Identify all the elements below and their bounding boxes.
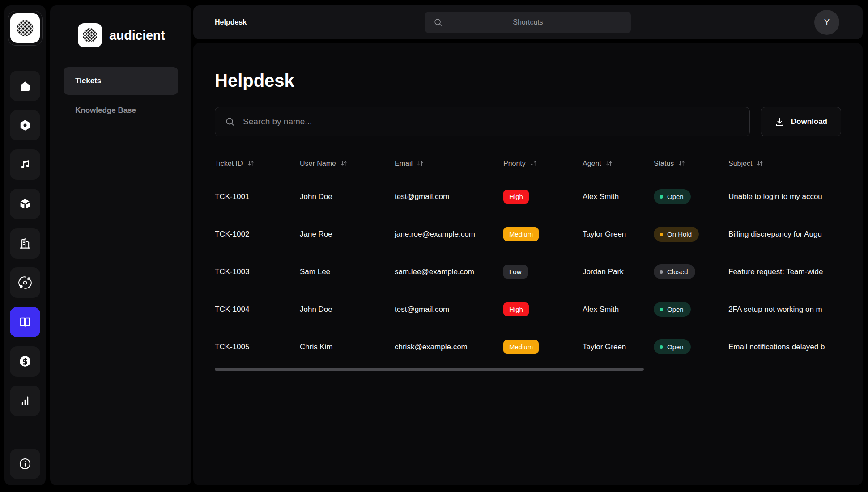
status-dot bbox=[660, 233, 663, 236]
column-header-email: Email bbox=[395, 149, 503, 178]
horizontal-scrollbar-thumb[interactable] bbox=[215, 368, 644, 371]
tickets-table-body: TCK-1001John Doetest@gmail.comHighAlex S… bbox=[215, 178, 841, 366]
column-label: Ticket ID bbox=[215, 160, 243, 168]
status-dot bbox=[660, 345, 663, 349]
ticket-id-cell: TCK-1005 bbox=[215, 328, 300, 366]
download-icon bbox=[774, 117, 785, 127]
tickets-table: Ticket IDUser NameEmailPriorityAgentStat… bbox=[215, 149, 841, 366]
column-header-subject: Subject bbox=[728, 149, 841, 178]
search-input[interactable] bbox=[215, 107, 750, 136]
download-label: Download bbox=[791, 117, 827, 126]
column-header-priority: Priority bbox=[503, 149, 583, 178]
status-dot bbox=[660, 195, 663, 199]
sort-icon[interactable] bbox=[756, 160, 764, 167]
icon-rail-items bbox=[10, 71, 40, 416]
status-cell: Open bbox=[654, 328, 728, 366]
horizontal-scrollbar bbox=[215, 368, 841, 371]
email-cell: test@gmail.com bbox=[395, 178, 503, 216]
status-dot bbox=[660, 308, 663, 311]
subject-cell: Email notifications delayed b bbox=[728, 328, 841, 366]
icon-rail bbox=[4, 5, 46, 485]
sort-icon[interactable] bbox=[247, 160, 255, 167]
priority-cell: Medium bbox=[503, 216, 583, 253]
email-cell: chrisk@example.com bbox=[395, 328, 503, 366]
sort-icon[interactable] bbox=[605, 160, 613, 167]
brand-logo-icon bbox=[78, 23, 102, 47]
status-badge: On Hold bbox=[654, 227, 699, 242]
column-header-user-name: User Name bbox=[300, 149, 395, 178]
download-button[interactable]: Download bbox=[761, 107, 841, 136]
column-label: Email bbox=[395, 160, 413, 168]
user-name-cell: John Doe bbox=[300, 178, 395, 216]
rail-item-home-icon[interactable] bbox=[10, 71, 40, 101]
priority-cell: High bbox=[503, 178, 583, 216]
sidebar-item-tickets[interactable]: Tickets bbox=[64, 67, 178, 95]
brand-name: audicient bbox=[109, 28, 165, 43]
column-label: Subject bbox=[728, 160, 752, 168]
email-cell: test@gmail.com bbox=[395, 291, 503, 328]
rail-item-hexagon-nut-icon[interactable] bbox=[10, 110, 40, 140]
subject-cell: Billing discrepancy for Augu bbox=[728, 216, 841, 253]
agent-cell: Taylor Green bbox=[583, 216, 654, 253]
sort-icon[interactable] bbox=[678, 160, 685, 167]
ticket-id-cell: TCK-1004 bbox=[215, 291, 300, 328]
status-cell: Open bbox=[654, 291, 728, 328]
priority-badge: Medium bbox=[503, 227, 539, 241]
status-badge: Open bbox=[654, 339, 691, 354]
priority-cell: High bbox=[503, 291, 583, 328]
user-name-cell: Chris Kim bbox=[300, 328, 395, 366]
priority-badge: Medium bbox=[503, 340, 539, 354]
user-name-cell: Jane Roe bbox=[300, 216, 395, 253]
rail-item-music-note-icon[interactable] bbox=[10, 149, 40, 180]
column-header-ticket-id: Ticket ID bbox=[215, 149, 300, 178]
rail-item-open-book-icon[interactable] bbox=[10, 307, 40, 337]
agent-cell: Jordan Park bbox=[583, 253, 654, 291]
priority-cell: Medium bbox=[503, 328, 583, 366]
table-row: TCK-1005Chris Kimchrisk@example.comMediu… bbox=[215, 328, 841, 366]
priority-badge: Low bbox=[503, 265, 528, 279]
sort-icon[interactable] bbox=[530, 160, 537, 167]
table-row: TCK-1001John Doetest@gmail.comHighAlex S… bbox=[215, 178, 841, 216]
agent-cell: Taylor Green bbox=[583, 328, 654, 366]
avatar[interactable]: Y bbox=[814, 10, 839, 35]
tickets-table-header-row: Ticket IDUser NameEmailPriorityAgentStat… bbox=[215, 149, 841, 178]
rail-item-bar-chart-icon[interactable] bbox=[10, 386, 40, 416]
sidebar: audicient TicketsKnowledge Base bbox=[50, 5, 191, 485]
subject-cell: Feature request: Team-wide bbox=[728, 253, 841, 291]
sort-icon[interactable] bbox=[340, 160, 348, 167]
rail-item-info-icon[interactable] bbox=[10, 449, 40, 479]
search-row: Download bbox=[215, 107, 841, 136]
rail-logo-button[interactable] bbox=[8, 11, 43, 46]
column-header-agent: Agent bbox=[583, 149, 654, 178]
shortcuts-input[interactable] bbox=[425, 12, 631, 33]
search-icon bbox=[433, 17, 443, 27]
column-label: User Name bbox=[300, 160, 336, 168]
rail-item-package-box-icon[interactable] bbox=[10, 189, 40, 219]
column-label: Agent bbox=[583, 160, 601, 168]
sidebar-item-knowledge-base[interactable]: Knowledge Base bbox=[64, 97, 178, 124]
priority-badge: High bbox=[503, 190, 529, 204]
table-search bbox=[215, 107, 750, 136]
priority-badge: High bbox=[503, 302, 529, 316]
column-label: Status bbox=[654, 160, 674, 168]
topbar: Helpdesk Y bbox=[193, 5, 863, 39]
priority-cell: Low bbox=[503, 253, 583, 291]
status-cell: Closed bbox=[654, 253, 728, 291]
app-logo-icon bbox=[10, 13, 40, 43]
subject-cell: Unable to login to my accou bbox=[728, 178, 841, 216]
sidebar-nav: TicketsKnowledge Base bbox=[64, 67, 178, 124]
rail-item-building-icon[interactable] bbox=[10, 228, 40, 259]
search-icon bbox=[225, 116, 235, 127]
agent-cell: Alex Smith bbox=[583, 178, 654, 216]
column-header-status: Status bbox=[654, 149, 728, 178]
rail-item-dollar-coin-icon[interactable] bbox=[10, 346, 40, 377]
subject-cell: 2FA setup not working on m bbox=[728, 291, 841, 328]
ticket-id-cell: TCK-1001 bbox=[215, 178, 300, 216]
icon-rail-bottom bbox=[10, 449, 40, 479]
status-dot bbox=[660, 270, 663, 274]
agent-cell: Alex Smith bbox=[583, 291, 654, 328]
status-cell: On Hold bbox=[654, 216, 728, 253]
ticket-id-cell: TCK-1003 bbox=[215, 253, 300, 291]
sort-icon[interactable] bbox=[417, 160, 424, 167]
rail-item-orbit-icon[interactable] bbox=[10, 267, 40, 298]
